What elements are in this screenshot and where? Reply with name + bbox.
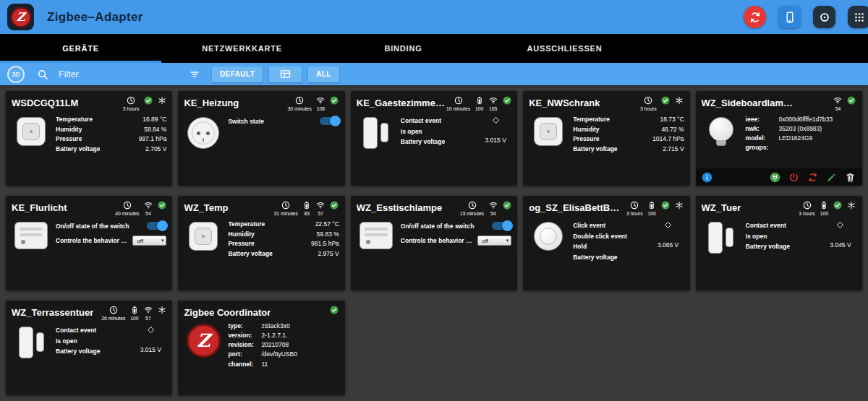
device-image-module [12, 220, 51, 251]
behavior-select[interactable]: off▾ [477, 236, 511, 246]
card-header: WZ_Temp31 minutes8357 [184, 201, 339, 216]
status-icons: 26 minutes10057 [101, 306, 166, 321]
control-row: Switch state [228, 117, 339, 125]
view-toggle-button[interactable] [269, 66, 302, 82]
state-label: Humidity [56, 126, 82, 133]
state-value: 16.89 °C [142, 116, 166, 123]
event-label: Double click event [573, 233, 652, 240]
tab-bar: GERÄTE NETZWERKKARTE BINDING AUSSCHLIESS… [0, 34, 868, 63]
battery-icon: 100 [129, 306, 139, 321]
pairing-button[interactable] [770, 171, 781, 183]
reconnect-button[interactable] [744, 6, 766, 28]
wifi-value: 108 [317, 106, 325, 111]
switch-toggle[interactable] [147, 222, 166, 230]
power-button[interactable] [788, 171, 800, 183]
delete-button[interactable] [845, 171, 856, 183]
device-title: Zigbee Coordinator [184, 306, 271, 318]
search-icon[interactable] [36, 68, 48, 80]
info-row: groups: [746, 144, 856, 152]
clock-icon: 3 hours [640, 96, 657, 111]
filter-toolbar: 3D DEFAULT ALL [0, 63, 868, 85]
status-icons: 3 hours100 [799, 201, 856, 216]
apps-button[interactable] [848, 6, 868, 28]
wifi-value: 57 [145, 316, 151, 321]
clock-icon: 10 minutes [446, 96, 470, 111]
default-filter-button[interactable]: DEFAULT [212, 66, 263, 82]
sort-icon[interactable] [188, 68, 200, 80]
device-image-temp-sensor [184, 220, 223, 259]
device-image-bulb [702, 116, 741, 154]
wifi-icon: 54 [833, 96, 843, 111]
filter-input[interactable] [57, 69, 184, 80]
device-card: KE_Flurlicht40 minutes54On/off state of … [6, 196, 172, 290]
card-action-bar [696, 168, 862, 186]
state-row: Battery voltage2.715 V [573, 145, 684, 152]
device-image-door [12, 325, 51, 358]
info-row: model:LED1624G9 [746, 134, 856, 142]
clock-icon: 30 minutes [288, 96, 312, 111]
switch-toggle[interactable] [492, 222, 511, 230]
edit-button[interactable] [826, 171, 838, 183]
card-header: WZ_Esstischlampe15 minutes54 [357, 201, 511, 216]
card-header: WZ_Tuer3 hours100 [702, 201, 856, 216]
event-label: Battery voltage [573, 254, 652, 261]
battery-value: 100 [475, 106, 483, 111]
voltage-value: 3.015 V [485, 137, 506, 144]
clock-value: 30 minutes [288, 106, 312, 111]
smartphone-icon [783, 11, 796, 24]
device-card: Zigbee CoordinatorZtype:zStack3x0version… [178, 301, 344, 395]
info-label: revision: [228, 341, 261, 349]
info-button[interactable] [702, 171, 713, 183]
table-view-icon [279, 68, 292, 80]
device-pairing-button[interactable] [778, 6, 801, 28]
state-row: Temperature16.89 °C [56, 116, 166, 123]
card-header: WZ_Sideboardlampe54 [702, 96, 856, 111]
state-row: Pressure997.1 hPa [56, 135, 166, 142]
clock-value: 31 minutes [274, 211, 298, 216]
info-row: version:2-1.2.7.1. [228, 332, 339, 340]
state-value: 48.72 % [661, 126, 684, 133]
info-value: zStack3x0 [261, 322, 289, 330]
device-card: WSDCGQ11LM3 hoursTemperature16.89 °CHumi… [6, 91, 172, 186]
behavior-select[interactable]: off▾ [132, 236, 166, 246]
status-icons: 54 [833, 96, 856, 111]
event-label: Battery voltage [56, 348, 135, 355]
card-header: WSDCGQ11LM3 hours [12, 96, 166, 111]
device-card: WZ_Temp31 minutes8357Temperature22.57 °C… [178, 196, 344, 290]
chevron-down-icon: ▾ [161, 238, 164, 243]
control-label: Switch state [228, 118, 315, 125]
control-label: On/off state of the switch [56, 223, 142, 230]
sync-icon [749, 11, 762, 24]
state-row: Battery voltage2.705 V [56, 145, 166, 152]
check-icon [661, 96, 671, 105]
zigbee-logo-badge: Z [11, 7, 31, 27]
zigbee-logo: Z [7, 4, 34, 30]
tab-binding[interactable]: BINDING [323, 34, 484, 63]
device-image-door [357, 116, 396, 149]
info-row: nwk:35203 (0x8983) [746, 125, 856, 133]
device-title: WSDCGQ11LM [12, 96, 78, 108]
device-image-plug [184, 116, 223, 149]
check-icon [143, 96, 153, 105]
tab-geraete[interactable]: GERÄTE [0, 34, 161, 63]
battery-icon: 100 [647, 201, 657, 216]
reconfigure-button[interactable] [807, 171, 819, 183]
all-filter-button[interactable]: ALL [308, 66, 339, 82]
tab-ausschliessen[interactable]: AUSSCHLIESSEN [484, 34, 645, 63]
clock-value: 3 hours [799, 211, 815, 216]
info-value: /dev/ttyUSB0 [261, 350, 297, 358]
record-icon [818, 11, 831, 24]
clock-icon: 3 hours [626, 201, 643, 216]
clock-value: 10 minutes [446, 106, 470, 111]
info-value: 2-1.2.7.1. [261, 332, 287, 340]
status-button[interactable] [813, 6, 835, 28]
view-3d-button[interactable]: 3D [7, 66, 25, 83]
tab-netzwerkkarte[interactable]: NETZWERKKARTE [161, 34, 323, 63]
device-card: WZ_Sideboardlampe54ieee:0x000d6ffffe1d7b… [696, 91, 862, 186]
event-label: Hold [573, 243, 652, 250]
status-icons: 3 hours [123, 96, 167, 111]
clock-value: 15 minutes [460, 211, 484, 216]
switch-toggle[interactable] [320, 117, 339, 125]
info-label: model: [746, 134, 779, 142]
state-value: 2.715 V [663, 145, 684, 152]
